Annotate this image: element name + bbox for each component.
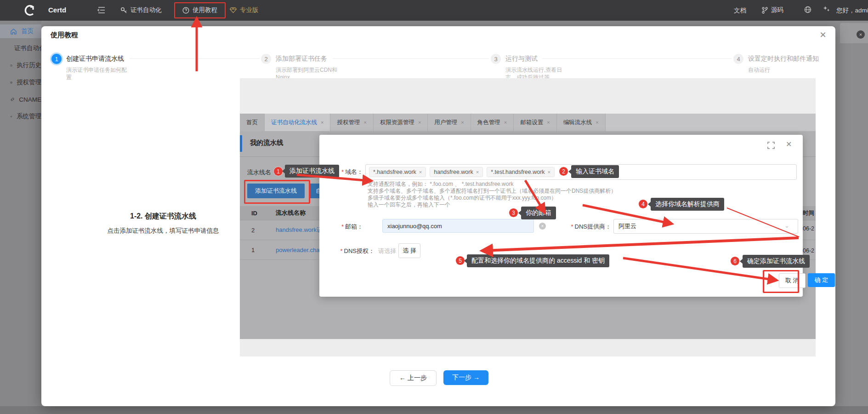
email-label: *邮箱：	[333, 223, 363, 231]
home-icon	[10, 28, 17, 35]
dns-provider-select[interactable]: 阿里云	[613, 219, 798, 234]
col-time: 时间	[803, 209, 814, 217]
annotation-tip-4: 选择你域名解析提供商	[651, 198, 724, 211]
annotation-badge-4: 4	[639, 200, 647, 208]
pipeline-link[interactable]: handsfree.work证	[276, 226, 323, 234]
section-title: 1-2. 创建证书流水线	[94, 212, 232, 221]
domain-help: 支持通配符域名，例如： *.foo.com 、 *.test.handsfree…	[368, 181, 616, 208]
topbar-source-link[interactable]: 源码	[762, 6, 783, 14]
tab-close-icon[interactable]: ×	[363, 120, 366, 125]
dns-auth-label: *DNS授权：	[329, 247, 374, 255]
step-3-title: 运行与测试	[505, 55, 538, 63]
topbar-docs-link[interactable]: 文档	[734, 6, 746, 15]
clock-icon	[10, 62, 12, 69]
page: Certd 证书自动化 使用教程 专业版 文档 源码 您好，admin	[0, 0, 868, 414]
nav-cert-automation[interactable]: 证书自动化	[120, 6, 162, 14]
add-pipeline-dialog: ✕ *域名： *.handsfree.work× handsfree.work×…	[319, 135, 803, 297]
annotation-badge-1: 1	[274, 167, 283, 176]
email-field[interactable]	[382, 219, 534, 233]
dns-provider-label: *DNS提供商：	[565, 223, 611, 231]
tutorial-title: 使用教程	[51, 31, 78, 40]
topbar: Certd 证书自动化 使用教程 专业版 文档 源码 您好，admin	[0, 0, 868, 21]
clear-email-icon[interactable]: ×	[539, 223, 546, 230]
link-icon	[10, 96, 15, 103]
tab-auth[interactable]: 授权管理×	[330, 114, 373, 131]
annotation-tip-2: 输入证书域名	[571, 165, 619, 178]
sidebar-item-auth[interactable]: 授权管理	[0, 75, 41, 89]
collapse-sidebar-icon[interactable]	[97, 6, 106, 14]
fullscreen-icon[interactable]	[767, 142, 775, 149]
dns-auth-select-button[interactable]: 选 择	[398, 243, 420, 258]
highlight-box-ok-button	[763, 270, 799, 293]
sidebar: 首页 证书自动化 执行历史 授权管理 CNAME 系统管理	[0, 21, 41, 414]
domain-tag: handsfree.work×	[430, 167, 483, 177]
tab-edit-pipeline[interactable]: 编辑流水线×	[557, 114, 606, 131]
annotation-tip-1: 添加证书流水线	[285, 165, 339, 178]
sidebar-item-cname[interactable]: CNAME	[0, 92, 41, 106]
annotation-badge-5: 5	[456, 256, 465, 265]
step-1: 1 创建证书申请流水线 演示证书申请任务如何配置	[51, 54, 130, 81]
tab-home[interactable]: 首页	[240, 114, 265, 131]
tag-close-icon[interactable]: ×	[476, 169, 479, 175]
sidebar-item-cert-automation[interactable]: 证书自动化	[0, 41, 41, 55]
chevron-down-icon: ⌄	[784, 222, 789, 229]
tab-permission[interactable]: 权限资源管理×	[374, 114, 428, 131]
user-greeting[interactable]: 您好，admin	[836, 6, 868, 15]
step-2-number: 2	[261, 54, 271, 64]
topbar-source-label: 源码	[771, 6, 783, 14]
app-tabbar: 首页 证书自动化流水线× 授权管理× 权限资源管理× 用户管理× 角色管理× 邮…	[240, 114, 816, 131]
pipeline-link[interactable]: powerleader.chat	[276, 247, 321, 253]
tab-close-icon[interactable]: ×	[461, 120, 464, 125]
tab-cert-pipeline[interactable]: 证书自动化流水线×	[265, 114, 330, 131]
annotation-badge-2: 2	[559, 167, 568, 176]
brand-title: Certd	[48, 6, 66, 14]
panel-title: 我的流水线	[250, 138, 284, 147]
col-id: ID	[251, 210, 257, 217]
step-4-title: 设置定时执行和邮件通知	[748, 55, 819, 63]
tab-users[interactable]: 用户管理×	[428, 114, 471, 131]
step-2-title: 添加部署证书任务	[276, 55, 327, 63]
step-1-title: 创建证书申请流水线	[66, 55, 124, 63]
dns-auth-placeholder: 请选择	[378, 247, 396, 255]
gear-icon	[10, 113, 12, 120]
step-2: 2 添加部署证书任务 演示部署到阿里云CDN和Nginx	[261, 54, 344, 81]
tutorial-close-icon[interactable]: ✕	[817, 29, 829, 41]
background-bottom-strip	[0, 406, 868, 414]
step-3-number: 3	[491, 54, 501, 64]
step-1-desc: 演示证书申请任务如何配置	[66, 66, 130, 81]
tab-close-icon[interactable]: ×	[596, 120, 598, 125]
target-icon	[10, 79, 12, 86]
tab-roles[interactable]: 角色管理×	[471, 114, 514, 131]
git-branch-icon	[762, 7, 768, 14]
domain-tag: *.handsfree.work×	[369, 167, 426, 177]
language-globe-icon[interactable]	[804, 6, 811, 13]
tab-close-icon[interactable]: ×	[504, 120, 507, 125]
tab-mail[interactable]: 邮箱设置×	[514, 114, 556, 131]
theme-sparkles-icon[interactable]	[823, 5, 830, 13]
prev-step-button[interactable]: ← 上一步	[390, 370, 437, 386]
annotation-badge-3: 3	[509, 208, 518, 217]
ok-button[interactable]: 确 定	[808, 273, 835, 287]
sidebar-item-system[interactable]: 系统管理	[0, 109, 41, 123]
annotation-badge-6: 6	[731, 257, 739, 265]
tab-close-icon[interactable]: ×	[547, 120, 550, 125]
highlight-box-add-button	[244, 180, 310, 204]
tab-close-icon[interactable]: ×	[321, 120, 323, 125]
sidebar-item-home[interactable]: 首页	[0, 24, 41, 38]
diamond-icon	[230, 7, 237, 13]
nav-cert-automation-label: 证书自动化	[130, 6, 162, 14]
step-1-number: 1	[51, 54, 62, 64]
sidebar-item-history[interactable]: 执行历史	[0, 58, 41, 72]
step-4-desc: 自动运行	[748, 66, 819, 74]
nav-pro-version[interactable]: 专业版	[230, 6, 259, 14]
tag-close-icon[interactable]: ×	[419, 169, 422, 175]
certd-logo-icon	[24, 4, 36, 17]
tag-close-icon[interactable]: ×	[548, 169, 550, 175]
tab-close-icon[interactable]: ×	[418, 120, 421, 125]
section-desc: 点击添加证书流水线，填写证书申请信息	[94, 227, 232, 235]
background-tab: ×	[840, 23, 868, 43]
close-all-tabs-icon[interactable]: ×	[857, 30, 865, 39]
annotation-tip-6: 确定添加证书流水线	[743, 255, 810, 268]
dialog-close-icon[interactable]: ✕	[786, 140, 792, 149]
next-step-button[interactable]: 下一步 →	[443, 370, 488, 385]
